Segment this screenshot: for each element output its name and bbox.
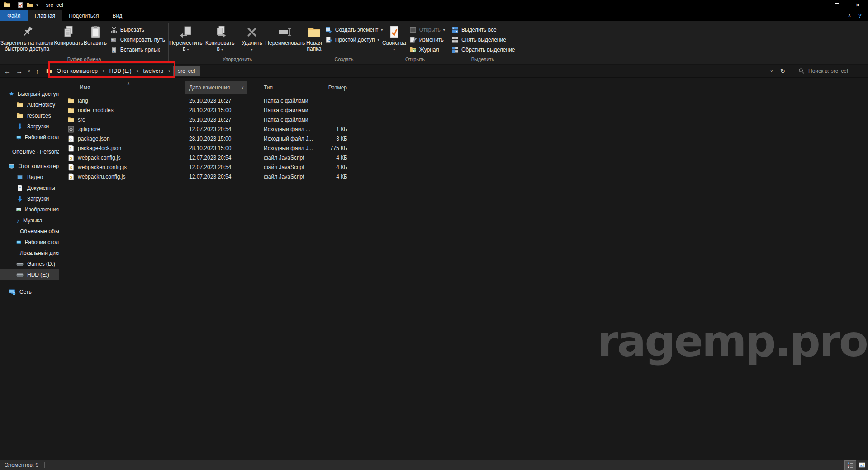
cut-button[interactable]: Вырезать [107,25,168,35]
new-folder-button[interactable]: Новая папка [306,23,322,52]
sidebar-item-quick-access[interactable]: Быстрый доступ [0,89,59,99]
file-row-node-modules[interactable]: node_modules 28.10.2023 15:00 Папка с фа… [59,105,868,115]
thumbnails-view-button[interactable] [856,460,868,470]
sidebar-item-this-pc[interactable]: Этот компьютер [0,161,59,172]
breadcrumb-twelverp[interactable]: twelverp [142,66,166,76]
tab-view[interactable]: Вид [105,10,129,21]
sidebar-item-desktop[interactable]: Рабочий стол [0,132,59,143]
file-row-webpackru-config[interactable]: Swebpackru.config.js 12.07.2023 20:54 фа… [59,172,868,181]
help-icon[interactable]: ? [858,12,862,19]
minimize-button[interactable] [806,0,826,10]
svg-text:{}: {} [69,137,72,141]
delete-button[interactable]: Удалить ▾ [239,23,265,52]
column-header-size[interactable]: Размер [315,81,350,94]
sidebar-item-downloads[interactable]: Загрузки [0,121,59,132]
computer-icon [9,163,14,170]
sidebar-item-pictures[interactable]: Изображения [0,204,59,215]
sidebar-item-documents[interactable]: Документы [0,183,59,193]
file-row-gitignore[interactable]: .gitignore 12.07.2023 20:54 Исходный фай… [59,124,868,134]
quick-access-star-icon [9,90,14,98]
select-all-button[interactable]: Выделить все [448,25,518,35]
copy-to-button[interactable]: Копировать в ▾ [203,23,237,52]
breadcrumb-hdd-e[interactable]: HDD (E:) [108,66,133,76]
move-to-button[interactable]: Переместить в ▾ [169,23,203,52]
address-bar[interactable]: Этот компьютер › HDD (E:) › twelverp › s… [43,66,790,76]
sidebar-item-downloads-pc[interactable]: Загрузки [0,193,59,204]
new-item-button[interactable]: Создать элемент▾ [322,25,386,35]
back-icon[interactable]: ← [4,67,11,75]
paste-shortcut-button[interactable]: Вставить ярлык [107,45,168,55]
sidebar-item-hdd-e[interactable]: HDD (E:) [0,269,59,280]
copy-path-button[interactable]: w... Скопировать путь [107,35,168,45]
tab-home[interactable]: Главная [28,10,62,21]
ribbon: Закрепить на панели быстрого доступа Коп… [0,21,868,65]
close-button[interactable]: × [847,0,868,10]
sidebar-item-games-d[interactable]: Games (D:) [0,258,59,269]
watermark: ragemp.pro [597,316,867,366]
javascript-file-icon: S [67,173,75,180]
breadcrumb-chevron-icon[interactable]: › [165,68,173,74]
invert-selection-icon [451,46,459,53]
address-dropdown-icon[interactable]: ∨ [770,69,773,73]
new-folder-quick-icon[interactable] [27,2,33,8]
properties-quick-icon[interactable] [17,2,24,8]
edit-button[interactable]: Изменить [406,35,448,45]
refresh-icon[interactable]: ↻ [780,68,785,75]
paste-shortcut-icon [110,46,118,53]
breadcrumb-chevron-icon[interactable]: › [133,68,142,74]
customize-toolbar-icon[interactable]: ▾ [36,3,38,7]
file-row-webpack-config[interactable]: Swebpack.config.js 12.07.2023 20:54 файл… [59,153,868,162]
move-to-icon [179,25,193,39]
copy-path-icon: w... [110,36,118,43]
breadcrumb-chevron-icon[interactable]: › [100,68,108,74]
search-input[interactable] [808,68,864,74]
videos-icon [16,174,24,181]
filter-caret-icon[interactable]: ∨ [241,85,244,89]
sidebar-item-desktop-pc[interactable]: Рабочий стол [0,237,59,248]
tab-file[interactable]: Файл [0,10,28,21]
search-box[interactable] [795,66,868,76]
sidebar-item-onedrive[interactable]: OneDrive - Personal [0,146,59,157]
column-header-name[interactable]: ∧ Имя [59,81,185,94]
history-button[interactable]: Журнал [406,45,448,55]
easy-access-button[interactable]: Простой доступ▾ [322,35,386,45]
properties-button[interactable]: Свойства ▾ [382,23,406,52]
tab-share[interactable]: Поделиться [62,10,105,21]
maximize-button[interactable] [826,0,847,10]
file-row-package-lock-json[interactable]: {}package-lock.json 28.10.2023 15:00 Исх… [59,143,868,153]
group-label-open: Открыть [382,56,448,64]
sidebar-item-videos[interactable]: Видео [0,172,59,183]
breadcrumb-this-pc[interactable]: Этот компьютер [55,66,100,76]
pin-to-quick-access-button[interactable]: Закрепить на панели быстрого доступа [0,23,54,52]
status-bar: Элементов: 9 [0,460,868,470]
recent-locations-icon[interactable]: ∨ [28,69,31,73]
open-button[interactable]: Открыть▾ [406,25,448,35]
details-view-button[interactable] [844,460,856,470]
column-header-date[interactable]: Дата изменения ∨ [185,81,247,94]
documents-icon [16,184,24,192]
rename-button[interactable]: Переименовать [265,23,306,46]
file-row-src[interactable]: src 25.10.2023 16:27 Папка с файлами [59,115,868,124]
invert-selection-button[interactable]: Обратить выделение [448,45,518,55]
select-none-button[interactable]: Снять выделение [448,35,518,45]
copy-button[interactable]: Копировать [54,23,83,46]
file-row-package-json[interactable]: {}package.json 28.10.2023 15:00 Исходный… [59,134,868,143]
up-icon[interactable]: ↑ [36,67,39,75]
sidebar-item-network[interactable]: Сеть [0,287,59,297]
forward-icon[interactable]: → [16,67,23,75]
dropdown-caret-icon: ▾ [251,47,253,52]
sidebar-item-music[interactable]: ♪ Музыка [0,215,59,226]
sidebar-item-autohotkey[interactable]: AutoHotkey [0,99,59,110]
column-header-type[interactable]: Тип [247,81,315,94]
collapse-ribbon-icon[interactable]: ∧ [848,13,851,19]
paste-button[interactable]: Вставить [83,23,107,46]
file-row-webpacken-config[interactable]: Swebpacken.config.js 12.07.2023 20:54 фа… [59,162,868,172]
breadcrumb-src-cef[interactable]: src_cef [173,66,200,76]
folder-icon [67,107,75,114]
desktop-icon [16,134,21,141]
sidebar-item-3d-objects[interactable]: Объемные объекты [0,226,59,237]
file-row-lang[interactable]: lang 25.10.2023 16:27 Папка с файлами [59,96,868,105]
titlebar: ▾ src_cef × [0,0,868,10]
sidebar-item-resources[interactable]: resources [0,110,59,121]
sidebar-item-local-disk-c[interactable]: Локальный диск (C: [0,248,59,258]
